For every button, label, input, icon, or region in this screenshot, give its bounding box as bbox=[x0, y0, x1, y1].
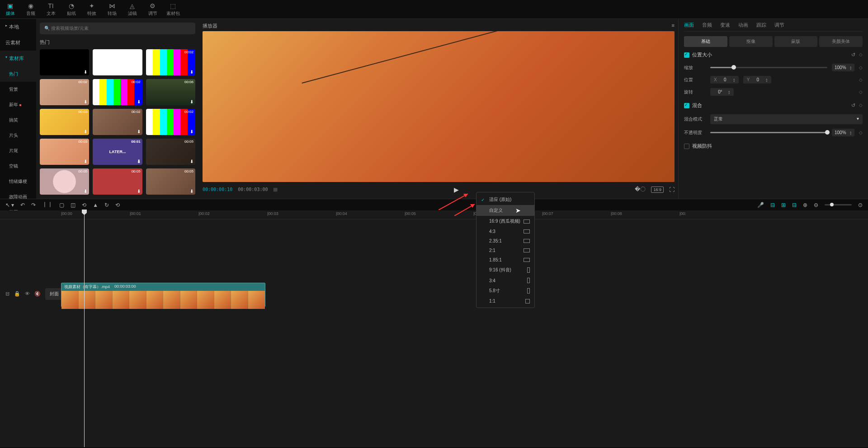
ratio-button[interactable]: 16:9 bbox=[651, 187, 664, 193]
blend-mode-dropdown[interactable]: 正常▾ bbox=[710, 114, 863, 124]
tab-adjust[interactable]: ⚙调节 bbox=[142, 0, 163, 19]
media-thumb-7[interactable]: 00:02⬇ bbox=[93, 109, 142, 135]
ratio-item-2[interactable]: 16:9 (西瓜视频) bbox=[476, 216, 534, 227]
scale-value[interactable]: 100%▴▾ bbox=[832, 64, 854, 71]
keyframe-position[interactable]: ◇ bbox=[859, 77, 863, 82]
reset-icon[interactable]: ↺ bbox=[851, 52, 855, 58]
tab-pack[interactable]: ⬚素材包 bbox=[163, 0, 183, 19]
inspector-tab-audio[interactable]: 音频 bbox=[702, 22, 712, 28]
tab-filter[interactable]: ◬滤镜 bbox=[122, 0, 142, 19]
ratio-item-1[interactable]: 自定义 bbox=[476, 205, 534, 216]
checkbox-position[interactable] bbox=[684, 52, 689, 58]
media-thumb-1[interactable]: ⬇ bbox=[93, 49, 142, 75]
sidebar-item-bg[interactable]: 背景 bbox=[0, 82, 36, 97]
zoom-fit-icon[interactable]: ⊙ bbox=[858, 202, 863, 208]
media-thumb-6[interactable]: 00:03⬇ bbox=[40, 109, 89, 135]
media-thumb-8[interactable]: 00:02⬇ bbox=[146, 109, 195, 135]
download-icon[interactable]: ⬇ bbox=[190, 70, 193, 75]
media-thumb-0[interactable]: ⬇ bbox=[40, 49, 89, 75]
track-lock-icon[interactable]: 🔒 bbox=[14, 291, 20, 297]
media-thumb-3[interactable]: 00:02⬇ bbox=[40, 79, 89, 105]
reset-blend-icon[interactable]: ↺ bbox=[851, 103, 855, 108]
tab-sticker[interactable]: ◔贴纸 bbox=[61, 0, 81, 19]
sidebar-item-intro[interactable]: 片头 bbox=[0, 128, 36, 143]
media-thumb-14[interactable]: 00:05⬇ bbox=[146, 168, 195, 195]
download-icon[interactable]: ⬇ bbox=[190, 189, 193, 194]
media-thumb-10[interactable]: LATER...00:01⬇ bbox=[93, 139, 142, 165]
ratio-item-0[interactable]: ✓适应 (原始) bbox=[476, 194, 534, 205]
keyframe-rotation[interactable]: ◇ bbox=[859, 89, 863, 94]
keyframe-scale[interactable]: ◇ bbox=[859, 65, 863, 70]
media-thumb-13[interactable]: 00:05⬇ bbox=[93, 168, 142, 195]
compare-icon[interactable]: ▦ bbox=[273, 187, 278, 192]
y-input[interactable]: Y0▴▾ bbox=[743, 76, 772, 84]
scale-slider[interactable] bbox=[710, 67, 827, 68]
magnet-main-icon[interactable]: ⊟ bbox=[770, 202, 775, 208]
subtab-cutout[interactable]: 抠像 bbox=[729, 36, 773, 47]
split-tool[interactable]: 〡〡 bbox=[42, 201, 53, 209]
opacity-value[interactable]: 100%▴▾ bbox=[832, 129, 854, 136]
opacity-slider[interactable] bbox=[710, 132, 827, 133]
ratio-item-10[interactable]: 1:1 bbox=[476, 296, 534, 306]
ratio-item-3[interactable]: 4:3 bbox=[476, 227, 534, 236]
tab-media[interactable]: ▣媒体 bbox=[0, 0, 20, 19]
download-icon[interactable]: ⬇ bbox=[137, 99, 141, 104]
track-eye-icon[interactable]: 👁 bbox=[25, 291, 30, 297]
rotation-input[interactable]: 0°▴▾ bbox=[710, 88, 734, 96]
download-icon[interactable]: ⬇ bbox=[137, 189, 141, 194]
crop-tool[interactable]: ⟲ bbox=[115, 202, 120, 208]
inspector-tab-picture[interactable]: 画面 bbox=[684, 22, 694, 28]
download-icon[interactable]: ⬇ bbox=[190, 159, 193, 164]
x-input[interactable]: X0▴▾ bbox=[710, 76, 739, 84]
media-thumb-11[interactable]: 00:05⬇ bbox=[146, 139, 195, 165]
undo-button[interactable]: ↶ bbox=[20, 202, 25, 208]
zoom-out-icon[interactable]: ⊖ bbox=[814, 202, 818, 208]
fullscreen-icon[interactable]: ⛶ bbox=[669, 187, 675, 193]
tab-effect[interactable]: ✦特效 bbox=[81, 0, 102, 19]
search-input[interactable]: 🔍 搜索视频场景/元素 bbox=[40, 23, 195, 34]
download-icon[interactable]: ⬇ bbox=[137, 159, 141, 164]
magnet-track-icon[interactable]: ⊞ bbox=[781, 202, 786, 208]
keyframe-icon[interactable]: ◇ bbox=[859, 52, 863, 58]
ratio-item-5[interactable]: 2:1 bbox=[476, 246, 534, 255]
download-icon[interactable]: ⬇ bbox=[84, 99, 87, 104]
play-button[interactable]: ▶ bbox=[283, 186, 629, 193]
media-thumb-9[interactable]: 00:03⬇ bbox=[40, 139, 89, 165]
checkbox-stabilize[interactable] bbox=[684, 144, 689, 149]
media-thumb-2[interactable]: 00:02⬇ bbox=[146, 49, 195, 75]
rotate-tool[interactable]: ↻ bbox=[104, 202, 109, 208]
keyframe-opacity[interactable]: ◇ bbox=[859, 130, 863, 135]
tab-text[interactable]: TI文本 bbox=[41, 0, 61, 19]
delete-tool[interactable]: ▢ bbox=[59, 202, 64, 208]
frame-icon[interactable]: �〇 bbox=[635, 186, 646, 193]
download-icon[interactable]: ⬇ bbox=[137, 129, 141, 134]
media-thumb-12[interactable]: 00:05⬇ bbox=[40, 168, 89, 195]
keyframe-blend-icon[interactable]: ◇ bbox=[859, 103, 863, 108]
inspector-tab-adjust[interactable]: 调节 bbox=[774, 22, 784, 28]
ratio-item-6[interactable]: 1.85:1 bbox=[476, 255, 534, 265]
sidebar-item-local[interactable]: ▸本地 bbox=[0, 19, 36, 35]
download-icon[interactable]: ⬇ bbox=[190, 129, 193, 134]
reverse-tool[interactable]: ⟲ bbox=[82, 202, 86, 208]
tab-transition[interactable]: ⋈转场 bbox=[102, 0, 122, 19]
tab-audio[interactable]: ◉音频 bbox=[20, 0, 41, 19]
cover-button[interactable]: 封面 bbox=[45, 288, 63, 300]
video-clip[interactable]: 视频素材（有字幕）.mp4 00:00:03:00 bbox=[61, 283, 265, 307]
subtab-beauty[interactable]: 美颜美体 bbox=[819, 36, 863, 47]
sidebar-item-outro[interactable]: 片尾 bbox=[0, 143, 36, 159]
player-screen[interactable] bbox=[203, 31, 675, 182]
sidebar-item-hot[interactable]: 热门 bbox=[0, 66, 36, 82]
sidebar-item-emotion[interactable]: 情绪爆梗 bbox=[0, 174, 36, 189]
sidebar-item-funny[interactable]: 搞笑 bbox=[0, 112, 36, 128]
ratio-item-8[interactable]: 3:4 bbox=[476, 275, 534, 285]
sidebar-item-library[interactable]: ▾素材库 bbox=[0, 51, 36, 66]
track-mute-icon[interactable]: 🔇 bbox=[34, 291, 41, 297]
inspector-tab-speed[interactable]: 变速 bbox=[720, 22, 730, 28]
timeline-area[interactable]: |00:00|00:01|00:02|00:03|00:04|00:05|00:… bbox=[0, 210, 868, 447]
download-icon[interactable]: ⬇ bbox=[137, 70, 141, 75]
download-icon[interactable]: ⬇ bbox=[190, 99, 193, 104]
download-icon[interactable]: ⬇ bbox=[84, 70, 87, 75]
ratio-item-7[interactable]: 9:16 (抖音) bbox=[476, 265, 534, 275]
inspector-tab-track[interactable]: 跟踪 bbox=[756, 22, 766, 28]
checkbox-blend[interactable] bbox=[684, 103, 689, 108]
